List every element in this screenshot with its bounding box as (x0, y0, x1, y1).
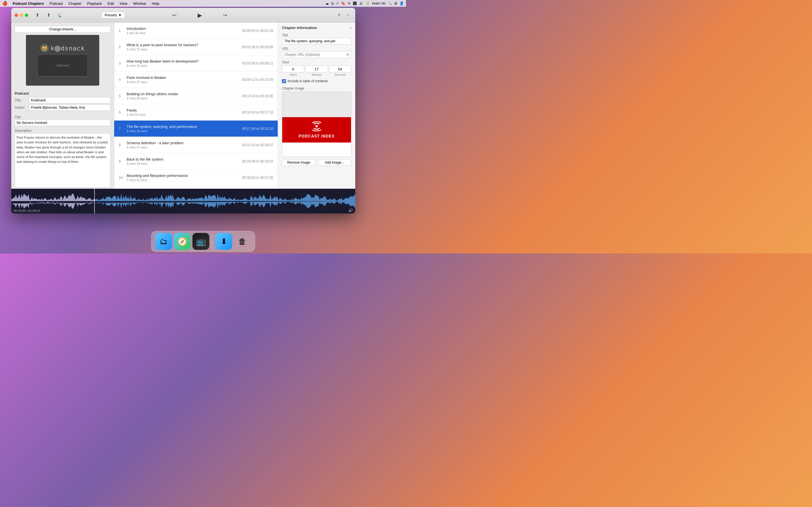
chapter-title-field[interactable] (282, 38, 351, 45)
chapter-row[interactable]: 10 Mounting and filesystem performance 7… (114, 170, 278, 186)
forward-button[interactable]: ↪ (221, 11, 229, 19)
seconds-input[interactable] (329, 65, 351, 73)
chapter-time-range: 00:00:00 to 00:01:39 (242, 29, 273, 33)
dock-downloads[interactable]: ⬇ (215, 233, 232, 250)
chapter-row[interactable]: 4 Parts involved in Beaker 4 mins 27 sec… (114, 71, 278, 88)
menu-playback[interactable]: Playback (85, 0, 104, 7)
play-button[interactable]: ▶ (195, 11, 204, 19)
podcast-index-image: PODCAST INDEX (282, 117, 351, 143)
url-input-row: 👁 (282, 51, 351, 58)
chapter-number: 5 (119, 94, 126, 98)
menu-view[interactable]: View (117, 0, 130, 7)
search-icon[interactable]: 🔍 (388, 1, 392, 5)
add-image-button[interactable]: Add Image... (318, 159, 351, 166)
menu-chapter[interactable]: Chapter (66, 0, 84, 7)
user-icon[interactable]: 👤 (400, 1, 404, 5)
author-row: Author (15, 105, 110, 111)
toc-checkbox[interactable] (282, 79, 286, 83)
volume-icon[interactable]: 🔊 (359, 1, 363, 5)
chapter-url-input[interactable] (282, 51, 351, 58)
minutes-input[interactable] (305, 65, 327, 73)
menu-window[interactable]: Window (131, 0, 148, 7)
expand-icon[interactable]: › (350, 25, 351, 30)
minimize-button[interactable] (20, 13, 23, 17)
menu-app-name[interactable]: Podcast Chapters (10, 0, 46, 7)
broadcast-icon[interactable]: 📡 (56, 12, 64, 18)
apple-menu[interactable]: 🍎 (2, 1, 8, 6)
chapter-row[interactable]: 6 Feeds 1 min 53 secs 00:16:00 to 00:17:… (114, 104, 278, 121)
dock-trash[interactable]: 🗑 (234, 233, 251, 250)
author-label: Author (15, 106, 28, 110)
export-icon[interactable]: ⬆ (45, 12, 52, 18)
menu-podcast[interactable]: Podcast (47, 0, 65, 7)
chapter-url-label: URL (282, 47, 351, 51)
bookmark-icon[interactable]: 🔖 (341, 1, 345, 5)
close-button[interactable] (15, 13, 18, 17)
chapter-row[interactable]: 5 Building on things others create 2 min… (114, 88, 278, 104)
chapter-time-range: 00:09:12 to 00:13:39 (242, 78, 273, 82)
start-label: Start (282, 60, 351, 64)
chapter-row[interactable]: 3 How long has Beaker been in developmen… (114, 55, 278, 71)
dock-remote[interactable]: 📺 (193, 233, 209, 250)
app-window: ⬆ ⬆ 📡 Presets ▼ ↩ ▶ ↪ + − Change Artwork… (11, 8, 355, 214)
chapter-row[interactable]: 9 Back to the file system 3 mins 54 secs… (114, 153, 278, 170)
titlebar: ⬆ ⬆ 📡 Presets ▼ ↩ ▶ ↪ + − (11, 8, 355, 22)
image-action-buttons: Remove Image Add Image... (278, 157, 355, 168)
chapter-number: 10 (119, 175, 126, 180)
title-label: Title (15, 98, 28, 102)
chapter-row[interactable]: 1 Introduction 1 min 39 secs 00:00:00 to… (114, 22, 278, 39)
chapter-list-panel: 1 Introduction 1 min 39 secs 00:00:00 to… (114, 22, 278, 189)
chapter-name: Back to the file system (126, 157, 242, 161)
hours-field: Hours (282, 65, 304, 76)
traffic-lights (15, 13, 28, 17)
chapter-info: Mounting and filesystem performance 7 mi… (126, 173, 242, 182)
chapter-info-header: Chapter Information › (278, 22, 355, 32)
display-icon[interactable]: ⬛ (353, 1, 357, 5)
chapter-number: 1 (119, 29, 126, 33)
bartender-icon[interactable]: ✕ (348, 1, 350, 5)
chapter-title-label: Title (15, 115, 110, 119)
menu-help[interactable]: Help (149, 0, 161, 7)
dropbox-icon[interactable]: ☁ (325, 1, 329, 5)
waveform-speaker-icon[interactable]: 🔊 (348, 208, 353, 212)
1password-icon[interactable]: ◎ (331, 1, 334, 5)
chapter-row[interactable]: 7 The file system, querying, and perform… (114, 121, 278, 137)
battery-icon[interactable]: 🔋 (366, 1, 370, 5)
eye-icon[interactable]: 👁 (346, 53, 350, 57)
minutes-label: Minutes (312, 73, 321, 76)
hours-input[interactable] (282, 65, 304, 73)
chapter-time-range: 00:30:03 to 00:37:45 (242, 176, 273, 180)
toc-label: Include in table of contents (288, 79, 328, 83)
chapter-row[interactable]: 8 Schema definition - a later problem 4 … (114, 137, 278, 153)
share-icon[interactable]: ⬆ (33, 12, 41, 18)
waveform-bar[interactable]: 00:16:00 / 01:06:21 🔊 (11, 189, 355, 214)
menu-edit[interactable]: Edit (105, 0, 116, 7)
dock-safari[interactable]: 🧭 (174, 233, 191, 250)
downloads-icon: ⬇ (220, 237, 227, 246)
rewind-button[interactable]: ↩ (170, 11, 179, 19)
presets-button[interactable]: Presets ▼ (101, 12, 125, 18)
chapter-number: 8 (119, 143, 126, 147)
chapter-title-input[interactable] (15, 120, 110, 126)
remove-chapter-button[interactable]: − (345, 11, 352, 19)
chapter-time-range: 00:17:54 to 00:21:10 (242, 127, 273, 131)
change-artwork-button[interactable]: Change Artwork... (15, 26, 110, 33)
podcast-author-input[interactable] (29, 105, 110, 111)
control-center-icon[interactable]: ⊞ (395, 1, 397, 5)
fullscreen-button[interactable] (25, 13, 28, 17)
chapter-duration: 1 min 53 secs (126, 113, 242, 116)
remove-image-button[interactable]: Remove Image (282, 159, 315, 166)
chapter-row[interactable]: 11 The Beaker beta is out now! 1 min 2 s… (114, 186, 278, 189)
dock-finder[interactable]: 🗂 (155, 233, 172, 250)
menubar: 🍎 Podcast Chapters Podcast Chapter Playb… (0, 0, 406, 7)
podcast-title-input[interactable] (29, 97, 110, 103)
checkmark-icon[interactable]: ✓ (336, 1, 339, 5)
podcast-index-content: PODCAST INDEX (299, 121, 335, 138)
add-chapter-button[interactable]: + (336, 11, 343, 19)
chapter-duration: 7 mins 42 secs (126, 178, 242, 182)
chapter-name: Building on things others create (126, 92, 242, 96)
chapter-info-title: Chapter Information (282, 25, 317, 30)
podcast-metadata: Podcast Title Author (11, 89, 114, 114)
chapter-name: What is a peer-to-peer browser for hacke… (126, 43, 242, 47)
chapter-row[interactable]: 2 What is a peer-to-peer browser for hac… (114, 39, 278, 55)
